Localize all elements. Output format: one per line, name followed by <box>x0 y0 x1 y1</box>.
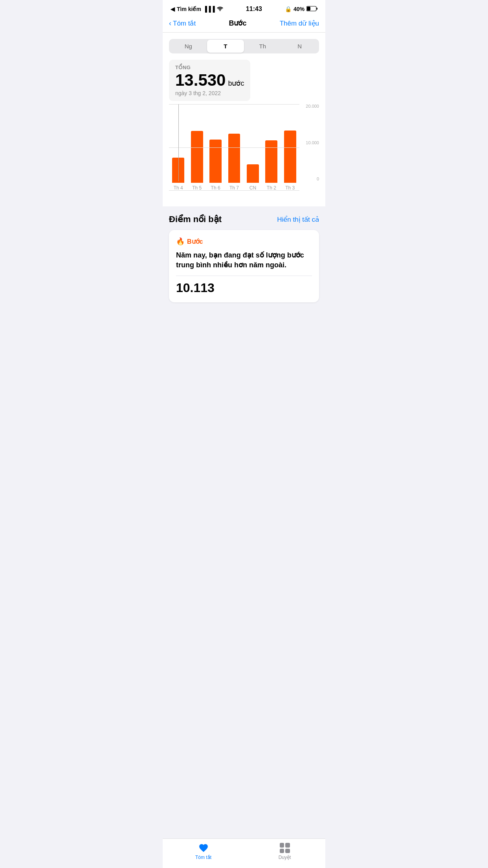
bar-col-5[interactable]: Th 2 <box>262 104 281 191</box>
highlights-title: Điểm nổi bật <box>169 214 222 224</box>
stats-value-row: 13.530 bước <box>175 72 244 88</box>
battery-icon <box>306 6 317 13</box>
highlight-card-title: Bước <box>187 238 203 245</box>
status-left: ◀ Tìm kiếm ▐▐▐ <box>171 6 223 12</box>
stats-label: TỔNG <box>175 64 244 70</box>
svg-rect-2 <box>317 7 318 9</box>
signal-icon: ▐▐▐ <box>203 6 215 12</box>
highlight-card-text: Năm nay, bạn đang đạt số lượng bước trun… <box>176 250 312 270</box>
stats-value: 13.530 <box>175 72 226 88</box>
nav-bar: ‹ Tóm tắt Bước Thêm dữ liệu <box>163 15 325 33</box>
bar-6 <box>284 131 296 183</box>
status-right: 🔒 40% <box>285 6 317 13</box>
bar-5 <box>265 140 277 183</box>
bar-chart[interactable]: 20.000 10.000 0 Th 4 <box>169 104 319 200</box>
wifi-icon <box>217 6 223 12</box>
tab-t[interactable]: T <box>207 40 244 53</box>
bar-col-3[interactable]: Th 7 <box>225 104 243 191</box>
carrier-text: Tìm kiếm <box>177 6 201 12</box>
tab-ng[interactable]: Ng <box>170 40 207 53</box>
main-content: Ng T Th N TỔNG 13.530 bước ngày 3 thg 2,… <box>163 33 325 206</box>
bar-col-6[interactable]: Th 3 <box>281 104 299 191</box>
bar-col-4[interactable]: CN <box>244 104 262 191</box>
highlight-number: 10.113 <box>176 281 312 295</box>
svg-rect-3 <box>307 7 310 11</box>
period-tab-bar: Ng T Th N <box>169 39 319 53</box>
bar-1 <box>191 131 203 183</box>
tab-th[interactable]: Th <box>244 40 281 53</box>
bar-label-1: Th 5 <box>192 185 202 191</box>
y-label-top: 20.000 <box>299 104 319 108</box>
back-arrow: ◀ <box>171 6 175 12</box>
status-bar: ◀ Tìm kiếm ▐▐▐ 11:43 🔒 40% <box>163 0 325 15</box>
bar-label-6: Th 3 <box>285 185 295 191</box>
bar-label-5: Th 2 <box>267 185 276 191</box>
bar-col-0[interactable]: Th 4 <box>169 104 187 191</box>
bar-label-3: Th 7 <box>229 185 239 191</box>
card-divider <box>176 276 312 276</box>
battery-text: 40% <box>294 6 305 12</box>
status-time: 11:43 <box>246 6 262 13</box>
bar-label-4: CN <box>250 185 256 191</box>
stats-unit: bước <box>228 79 244 88</box>
svg-point-0 <box>219 10 220 11</box>
bar-col-2[interactable]: Th 6 <box>206 104 225 191</box>
bar-3 <box>228 134 240 183</box>
stats-card: TỔNG 13.530 bước ngày 3 thg 2, 2022 <box>169 60 250 101</box>
bar-2 <box>209 140 222 183</box>
fire-icon: 🔥 <box>176 237 185 246</box>
back-label: Tóm tắt <box>173 19 196 28</box>
page-title: Bước <box>229 19 246 28</box>
stats-date: ngày 3 thg 2, 2022 <box>175 90 244 96</box>
chevron-left-icon: ‹ <box>169 19 171 28</box>
tab-n[interactable]: N <box>281 40 319 53</box>
highlight-card: 🔥 Bước Năm nay, bạn đang đạt số lượng bư… <box>169 230 319 302</box>
lock-icon: 🔒 <box>285 6 292 12</box>
highlights-header: Điểm nổi bật Hiển thị tất cả <box>169 214 319 224</box>
add-data-button[interactable]: Thêm dữ liệu <box>280 19 319 28</box>
show-all-button[interactable]: Hiển thị tất cả <box>277 215 319 224</box>
bar-label-2: Th 6 <box>211 185 220 191</box>
bar-col-1[interactable]: Th 5 <box>187 104 206 191</box>
y-label-mid: 10.000 <box>299 141 319 145</box>
bar-4 <box>247 164 259 183</box>
highlights-section: Điểm nổi bật Hiển thị tất cả 🔥 Bước Năm … <box>163 206 325 309</box>
back-button[interactable]: ‹ Tóm tắt <box>169 19 196 28</box>
highlight-card-header: 🔥 Bước <box>176 237 312 246</box>
bar-label-0: Th 4 <box>174 185 183 191</box>
y-label-bottom: 0 <box>299 177 319 181</box>
